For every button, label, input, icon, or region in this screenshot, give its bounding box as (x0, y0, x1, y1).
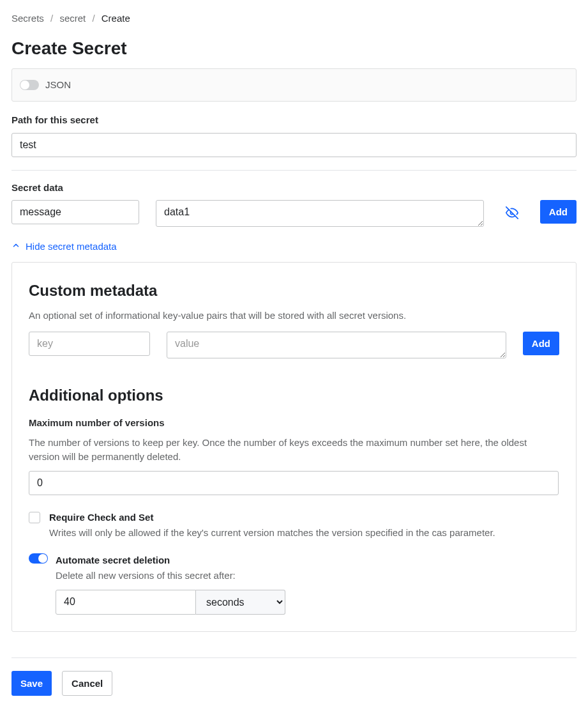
breadcrumb: Secrets / secret / Create (11, 12, 577, 26)
breadcrumb-separator: / (92, 13, 94, 24)
json-toggle-container: JSON (11, 68, 577, 102)
hide-metadata-toggle[interactable]: Hide secret metadata (11, 240, 577, 254)
secret-data-row: data1 Add (11, 200, 577, 227)
additional-options-title: Additional options (29, 384, 559, 407)
ttl-input-group: seconds (56, 590, 285, 615)
auto-delete-desc: Delete all new versions of this secret a… (56, 569, 285, 583)
custom-metadata-desc: An optional set of informational key-val… (29, 309, 559, 323)
metadata-key-input[interactable] (29, 332, 150, 356)
page-title: Create Secret (11, 35, 577, 62)
secret-key-input[interactable] (11, 200, 139, 224)
json-toggle-label: JSON (45, 78, 71, 93)
breadcrumb-secret[interactable]: secret (59, 13, 86, 24)
auto-delete-toggle[interactable] (29, 553, 48, 564)
path-label: Path for this secret (11, 113, 577, 128)
cas-row: Require Check and Set Writes will only b… (29, 511, 559, 541)
breadcrumb-separator: / (50, 13, 53, 24)
custom-metadata-title: Custom metadata (29, 279, 559, 302)
auto-delete-label: Automate secret deletion (56, 553, 285, 568)
metadata-panel: Custom metadata An optional set of infor… (11, 262, 577, 632)
chevron-up-icon (11, 240, 20, 254)
cas-label: Require Check and Set (49, 511, 495, 525)
footer-buttons: Save Cancel (11, 671, 577, 696)
ttl-value-input[interactable] (56, 590, 196, 615)
ttl-unit-select[interactable]: seconds (196, 590, 285, 615)
breadcrumb-current: Create (102, 13, 130, 24)
path-input[interactable] (11, 133, 577, 157)
secret-data-label: Secret data (11, 181, 577, 196)
json-toggle[interactable] (20, 80, 39, 90)
cas-checkbox[interactable] (29, 512, 40, 523)
max-versions-input[interactable] (29, 471, 559, 495)
add-metadata-button[interactable]: Add (523, 332, 559, 355)
save-button[interactable]: Save (11, 671, 52, 696)
eye-off-icon[interactable] (501, 200, 524, 226)
add-secret-data-button[interactable]: Add (540, 200, 577, 224)
secret-value-textarea[interactable]: data1 (156, 200, 484, 227)
auto-delete-row: Automate secret deletion Delete all new … (29, 553, 559, 615)
divider (11, 170, 577, 171)
hide-metadata-label: Hide secret metadata (26, 240, 117, 254)
cancel-button[interactable]: Cancel (62, 671, 112, 696)
max-versions-label: Maximum number of versions (29, 416, 559, 431)
breadcrumb-secrets[interactable]: Secrets (11, 13, 44, 24)
cas-desc: Writes will only be allowed if the key's… (49, 526, 495, 541)
max-versions-desc: The number of versions to keep per key. … (29, 436, 559, 465)
metadata-row: Add (29, 332, 559, 358)
divider (11, 657, 577, 658)
metadata-value-textarea[interactable] (167, 332, 506, 358)
